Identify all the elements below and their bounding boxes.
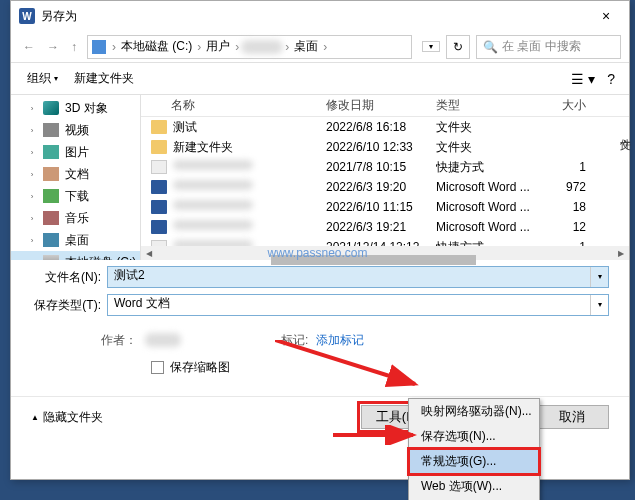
file-row[interactable]: x2022/6/10 11:15Microsoft Word ...18 <box>141 197 629 217</box>
toolbar: 组织▾ 新建文件夹 ☰ ▾ ? <box>11 63 629 95</box>
column-date[interactable]: 修改日期 <box>326 97 436 114</box>
file-name: x <box>173 180 253 194</box>
sidebar-item[interactable]: ›桌面 <box>11 229 140 251</box>
sidebar-item[interactable]: 本地磁盘 (C:) <box>11 251 140 260</box>
sidebar-item-label: 文档 <box>65 166 89 183</box>
view-options-button[interactable]: ☰ ▾ <box>565 69 601 89</box>
filename-label: 文件名(N): <box>31 269 101 286</box>
file-icon <box>151 120 167 134</box>
filename-input[interactable]: 测试2 ▾ <box>107 266 609 288</box>
back-button[interactable]: ← <box>19 38 39 56</box>
menu-item[interactable]: Web 选项(W)... <box>409 474 539 499</box>
sidebar-item[interactable]: ›文档 <box>11 163 140 185</box>
file-icon <box>151 140 167 154</box>
folder-icon <box>43 123 59 137</box>
file-type: 快捷方式 <box>436 159 546 176</box>
help-button[interactable]: ? <box>601 69 621 89</box>
folder-icon <box>43 167 59 181</box>
file-type: Microsoft Word ... <box>436 200 546 214</box>
file-list-header: 名称 修改日期 类型 大小 <box>141 95 629 117</box>
file-date: 2022/6/3 19:20 <box>326 180 436 194</box>
breadcrumb[interactable]: › 本地磁盘 (C:) › 用户 › xxxxx › 桌面 › <box>87 35 412 59</box>
filetype-dropdown[interactable]: ▾ <box>590 295 608 315</box>
forward-button[interactable]: → <box>43 38 63 56</box>
sidebar-item[interactable]: ›下载 <box>11 185 140 207</box>
file-date: 2021/7/8 10:15 <box>326 160 436 174</box>
breadcrumb-item[interactable]: 用户 <box>203 38 233 55</box>
drive-icon <box>92 40 106 54</box>
file-type: 文件夹 <box>436 139 546 156</box>
breadcrumb-item-hidden[interactable]: xxxxx <box>241 40 283 54</box>
folder-icon <box>43 211 59 225</box>
close-button[interactable]: × <box>591 8 621 24</box>
sidebar-item[interactable]: ›视频 <box>11 119 140 141</box>
column-type[interactable]: 类型 <box>436 97 546 114</box>
folder-icon <box>43 189 59 203</box>
file-date: 2022/6/8 16:18 <box>326 120 436 134</box>
horizontal-scrollbar[interactable]: ◀▶ <box>141 246 629 260</box>
refresh-button[interactable]: ↻ <box>446 35 470 59</box>
menu-item[interactable]: 映射网络驱动器(N)... <box>409 399 539 424</box>
menu-item[interactable]: 保存选项(N)... <box>409 424 539 449</box>
save-thumbnail-label: 保存缩略图 <box>170 359 230 376</box>
new-folder-button[interactable]: 新建文件夹 <box>66 66 142 91</box>
file-icon <box>151 220 167 234</box>
file-name: 新建文件夹 <box>173 139 233 156</box>
cancel-button[interactable]: 取消 <box>535 405 609 429</box>
file-name: x <box>173 200 253 214</box>
sidebar-item-label: 3D 对象 <box>65 100 108 117</box>
file-row[interactable]: 新建文件夹2022/6/10 12:33文件夹 <box>141 137 629 157</box>
search-placeholder: 在 桌面 中搜索 <box>502 38 581 55</box>
file-date: 2022/6/10 11:15 <box>326 200 436 214</box>
file-row[interactable]: 测试2022/6/8 16:18文件夹 <box>141 117 629 137</box>
tags-value[interactable]: 添加标记 <box>316 333 364 347</box>
sidebar-item-label: 下载 <box>65 188 89 205</box>
filetype-label: 保存类型(T): <box>31 297 101 314</box>
save-thumbnail-checkbox[interactable] <box>151 361 164 374</box>
sidebar-item-label: 视频 <box>65 122 89 139</box>
column-name[interactable]: 名称 <box>141 97 326 114</box>
address-bar: ← → ↑ › 本地磁盘 (C:) › 用户 › xxxxx › 桌面 › ▾ … <box>11 31 629 63</box>
file-name: 测试 <box>173 119 197 136</box>
hide-folders-toggle[interactable]: ▲隐藏文件夹 <box>31 409 103 426</box>
breadcrumb-item[interactable]: 桌面 <box>291 38 321 55</box>
file-name: x <box>173 220 253 234</box>
file-icon <box>151 180 167 194</box>
watermark: www.passneo.com <box>267 246 367 260</box>
file-row[interactable]: x2022/6/3 19:21Microsoft Word ...12 <box>141 217 629 237</box>
folder-icon <box>43 101 59 115</box>
breadcrumb-dropdown[interactable]: ▾ <box>422 41 440 52</box>
menu-item[interactable]: 常规选项(G)... <box>409 449 539 474</box>
titlebar: W 另存为 × <box>11 1 629 31</box>
file-name: x <box>173 160 253 174</box>
file-size: 12 <box>546 220 596 234</box>
filename-dropdown[interactable]: ▾ <box>590 267 608 287</box>
sidebar-item-label: 本地磁盘 (C:) <box>65 254 136 261</box>
tools-dropdown-menu: 映射网络驱动器(N)...保存选项(N)...常规选项(G)...Web 选项(… <box>408 398 540 500</box>
sidebar-item-label: 桌面 <box>65 232 89 249</box>
file-row[interactable]: x2021/7/8 10:15快捷方式1 <box>141 157 629 177</box>
column-size[interactable]: 大小 <box>546 97 596 114</box>
sidebar-item[interactable]: ›图片 <box>11 141 140 163</box>
up-button[interactable]: ↑ <box>67 38 81 56</box>
folder-icon <box>43 145 59 159</box>
organize-button[interactable]: 组织▾ <box>19 66 66 91</box>
filetype-select[interactable]: Word 文档 ▾ <box>107 294 609 316</box>
file-type: 文件夹 <box>436 119 546 136</box>
word-icon: W <box>19 8 35 24</box>
file-row[interactable]: x2022/6/3 19:20Microsoft Word ...972 <box>141 177 629 197</box>
search-icon: 🔍 <box>483 40 498 54</box>
file-size: 1 <box>546 160 596 174</box>
breadcrumb-item[interactable]: 本地磁盘 (C:) <box>118 38 195 55</box>
sidebar-item[interactable]: ›音乐 <box>11 207 140 229</box>
author-label: 作者： <box>101 333 137 347</box>
sidebar: ›3D 对象›视频›图片›文档›下载›音乐›桌面本地磁盘 (C:)›STORE … <box>11 95 141 260</box>
search-input[interactable]: 🔍 在 桌面 中搜索 <box>476 35 621 59</box>
tags-label: 标记: <box>281 333 308 347</box>
sidebar-item[interactable]: ›3D 对象 <box>11 97 140 119</box>
folder-icon <box>43 233 59 247</box>
file-icon <box>151 200 167 214</box>
author-value[interactable]: xx <box>145 333 181 347</box>
file-date: 2022/6/10 12:33 <box>326 140 436 154</box>
sidebar-item-label: 图片 <box>65 144 89 161</box>
